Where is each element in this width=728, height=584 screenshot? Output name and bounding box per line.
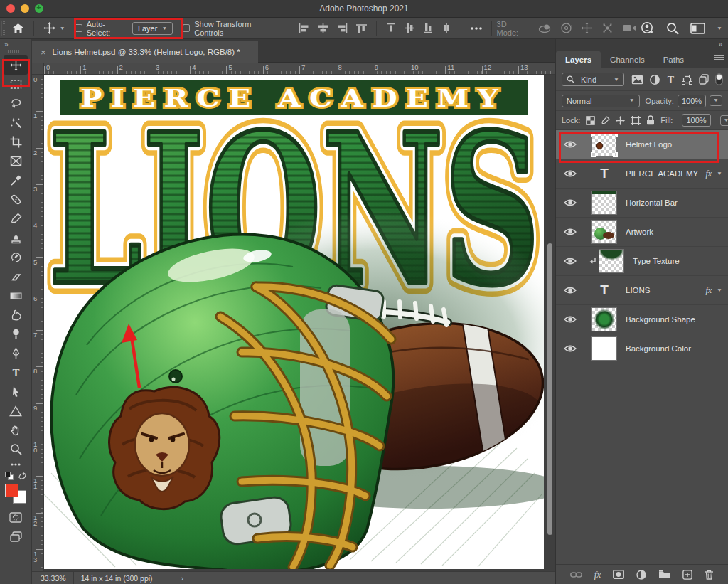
type-tool[interactable]: T	[4, 363, 28, 382]
frame-tool[interactable]	[4, 152, 28, 171]
opacity-field[interactable]: 100%	[678, 95, 706, 107]
layer-row-type-texture[interactable]: Type Texture	[556, 247, 728, 276]
layer-row-horizontal-bar[interactable]: Horizontal Bar	[556, 189, 728, 218]
fill-chevron[interactable]: ▼	[720, 115, 728, 126]
layer-thumbnail[interactable]	[592, 220, 617, 244]
distribute-bottom-edges-icon[interactable]	[423, 23, 433, 33]
smart-object-filter-icon[interactable]	[699, 74, 709, 85]
visibility-toggle[interactable]	[556, 189, 584, 217]
vertical-scrollbar[interactable]	[547, 243, 552, 535]
swap-colors-icon[interactable]	[18, 472, 27, 480]
blend-mode-dropdown[interactable]: Normal ▼	[562, 95, 640, 107]
eyedropper-tool[interactable]	[4, 171, 28, 190]
layer-thumbnail[interactable]	[592, 191, 617, 215]
camera-3d-icon[interactable]	[622, 23, 636, 33]
layer-name[interactable]: PIERCE ACADEMY	[626, 169, 698, 178]
link-layers-icon[interactable]	[570, 571, 582, 578]
canvas[interactable]: PIERCE ACADEMY LIONS LIONS LIONS LIONS	[44, 75, 544, 569]
layer-row-lions[interactable]: T LIONS fx▼	[556, 276, 728, 305]
options-bar-grip[interactable]	[1, 21, 6, 36]
smudge-tool[interactable]	[4, 305, 28, 324]
zoom-level-field[interactable]: 33.33%	[41, 574, 66, 583]
dodge-tool[interactable]	[4, 324, 28, 344]
lasso-tool[interactable]	[4, 94, 28, 113]
zoom-tool[interactable]	[4, 440, 28, 459]
fx-chevron-icon[interactable]: ▼	[717, 287, 722, 292]
path-selection-tool[interactable]	[4, 382, 28, 401]
distribute-horizontal-centers-icon[interactable]	[441, 23, 451, 33]
hand-tool[interactable]	[4, 420, 28, 440]
search-icon[interactable]	[666, 22, 679, 35]
crop-tool[interactable]	[4, 132, 28, 152]
layer-row-background-color[interactable]: Background Color	[556, 334, 728, 363]
add-layer-mask-icon[interactable]	[613, 570, 624, 579]
lock-artboard-icon[interactable]	[631, 116, 641, 125]
lock-transparent-icon[interactable]	[586, 116, 595, 125]
slide-3d-icon[interactable]	[601, 22, 614, 34]
lock-position-icon[interactable]	[616, 116, 625, 125]
opacity-chevron[interactable]: ▼	[710, 95, 722, 106]
distribute-vertical-centers-icon[interactable]	[405, 23, 414, 33]
layer-row-pierce-academy[interactable]: T PIERCE ACADEMY fx▼	[556, 159, 728, 189]
layer-effects-badge[interactable]: fx▼	[705, 285, 722, 296]
panel-collapse-icon[interactable]: »	[718, 41, 722, 48]
visibility-toggle[interactable]	[556, 159, 584, 188]
pen-tool[interactable]	[4, 344, 28, 363]
layer-row-artwork[interactable]: Artwork	[556, 218, 728, 247]
layer-name[interactable]: Type Texture	[633, 257, 680, 265]
orbit-3d-icon[interactable]	[538, 23, 552, 34]
adjustment-layer-filter-icon[interactable]	[650, 75, 660, 85]
layer-row-background-shape[interactable]: Background Shape	[556, 305, 728, 334]
layer-thumbnail[interactable]	[592, 336, 617, 361]
layer-thumbnail[interactable]	[592, 307, 617, 331]
fill-field[interactable]: 100%	[682, 114, 710, 127]
visibility-toggle[interactable]	[556, 247, 584, 275]
layer-effects-icon[interactable]: fx	[594, 569, 601, 580]
workspace-chevron-icon[interactable]: ▼	[717, 26, 722, 31]
document-info[interactable]: 14 in x 14 in (300 ppi) ›	[81, 574, 184, 583]
new-group-icon[interactable]	[658, 570, 670, 579]
workspace-switcher-icon[interactable]	[690, 23, 705, 34]
new-layer-icon[interactable]	[682, 570, 692, 580]
share-user-icon[interactable]	[641, 21, 655, 36]
home-icon[interactable]	[12, 23, 24, 34]
spot-healing-brush-tool[interactable]	[4, 190, 28, 209]
layer-name[interactable]: Background Color	[626, 344, 691, 353]
tab-layers[interactable]: Layers	[556, 51, 601, 68]
visibility-toggle[interactable]	[556, 276, 584, 304]
horizontal-ruler[interactable]: 012345678910111213	[44, 63, 555, 75]
vertical-ruler[interactable]: 01234567891 01 11 21 3	[32, 75, 44, 571]
filter-toggle-icon[interactable]	[715, 73, 723, 85]
more-options-icon[interactable]	[471, 27, 482, 30]
fx-chevron-icon[interactable]: ▼	[717, 171, 722, 176]
move-tool-preset-icon[interactable]	[43, 22, 55, 34]
align-left-edges-icon[interactable]	[299, 23, 309, 33]
toolbar-grip[interactable]	[8, 50, 23, 53]
align-right-edges-icon[interactable]	[337, 23, 348, 33]
delete-layer-icon[interactable]	[705, 570, 714, 580]
screen-mode-icon[interactable]	[4, 527, 28, 546]
foreground-color-swatch[interactable]	[5, 484, 18, 497]
kind-filter-dropdown[interactable]: Kind ▼	[562, 73, 624, 86]
eraser-tool[interactable]	[4, 267, 28, 286]
layer-name[interactable]: Horizontal Bar	[626, 198, 678, 207]
layer-thumbnail[interactable]	[599, 249, 624, 273]
close-tab-icon[interactable]: ×	[41, 47, 46, 58]
roll-3d-icon[interactable]	[560, 22, 572, 34]
visibility-toggle[interactable]	[556, 218, 584, 246]
distribute-top-edges-icon[interactable]	[386, 23, 396, 33]
new-adjustment-layer-icon[interactable]	[636, 570, 646, 580]
visibility-toggle[interactable]	[556, 305, 584, 334]
align-top-edges-icon[interactable]	[356, 23, 367, 33]
tab-paths[interactable]: Paths	[654, 51, 693, 68]
pan-3d-icon[interactable]	[581, 22, 593, 34]
status-chevron-icon[interactable]: ›	[181, 574, 184, 583]
text-layer-thumbnail[interactable]: T	[592, 278, 617, 302]
shape-tool[interactable]	[4, 401, 28, 420]
document-tab[interactable]: × Lions Helmet.psd @ 33.3% (Helmet Logo,…	[32, 41, 258, 63]
align-horizontal-centers-icon[interactable]	[318, 23, 328, 33]
shape-layer-filter-icon[interactable]	[682, 75, 692, 85]
layer-name[interactable]: Artwork	[626, 228, 653, 236]
layer-name[interactable]: LIONS	[626, 286, 651, 294]
brush-tool[interactable]	[4, 209, 28, 228]
